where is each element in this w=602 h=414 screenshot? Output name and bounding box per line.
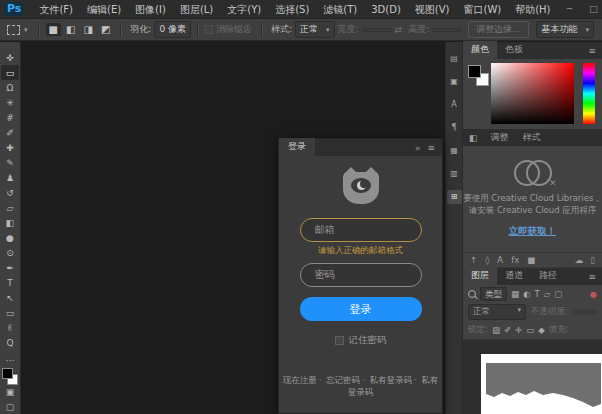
feather-input[interactable]: 0 像素: [154, 21, 191, 38]
tab-color[interactable]: 颜色: [463, 41, 497, 59]
blend-mode-select[interactable]: 正常 ▾: [468, 304, 526, 320]
collapse-panel-icon[interactable]: »: [415, 143, 421, 153]
pen-tool[interactable]: ✒: [1, 260, 19, 275]
quick-selection-tool[interactable]: ✳: [1, 95, 19, 110]
panel-menu-icon[interactable]: ≡: [427, 143, 435, 153]
add-content-icon[interactable]: ↑: [470, 255, 477, 265]
tab-channels[interactable]: 通道: [497, 267, 531, 285]
login-panel-tab[interactable]: 登录: [279, 138, 315, 156]
intersect-selection-icon[interactable]: ◩: [98, 23, 113, 36]
edit-toolbar-button[interactable]: …: [1, 350, 19, 365]
zoom-tool[interactable]: Q: [1, 335, 19, 350]
swatch-panel-icon[interactable]: ◧: [463, 133, 484, 143]
add-selection-icon[interactable]: ◧: [63, 23, 78, 36]
screen-mode-button[interactable]: ▢: [1, 399, 19, 414]
menu-item[interactable]: 图像(I): [128, 0, 173, 19]
hue-slider[interactable]: [583, 63, 595, 124]
current-tool-icon[interactable]: [7, 25, 20, 35]
subtract-selection-icon[interactable]: ◨: [80, 23, 95, 36]
menu-item[interactable]: 视图(V): [408, 0, 457, 19]
menu-item[interactable]: 选择(S): [268, 0, 316, 19]
new-selection-icon[interactable]: ■: [46, 23, 61, 36]
blur-tool[interactable]: ●: [1, 230, 19, 245]
character-panel-icon[interactable]: A: [447, 98, 462, 112]
lock-transparent-icon[interactable]: ▨: [492, 325, 500, 335]
height-input[interactable]: [432, 28, 462, 32]
opacity-input[interactable]: [573, 310, 597, 314]
brush-tool[interactable]: ✎: [1, 155, 19, 170]
adjustment-filter-icon[interactable]: ◐: [523, 289, 530, 299]
tab-layers[interactable]: 图层: [463, 267, 497, 285]
spot-healing-brush-tool[interactable]: ✚: [1, 140, 19, 155]
login-button[interactable]: 登录: [300, 297, 422, 321]
foreground-color-swatch[interactable]: [468, 65, 481, 78]
type-tool[interactable]: T: [1, 275, 19, 290]
refine-edge-button[interactable]: 调整边缘…: [468, 21, 529, 38]
foreground-color-swatch[interactable]: [2, 368, 13, 379]
filter-type-select[interactable]: 类型: [480, 287, 507, 301]
add-color-icon[interactable]: ■: [527, 255, 535, 265]
login-extension-panel-icon[interactable]: ⊞: [447, 190, 462, 204]
timeline-panel-icon[interactable]: ▦: [447, 144, 462, 158]
path-selection-tool[interactable]: ↖: [1, 290, 19, 305]
get-creative-cloud-link[interactable]: 立即获取！: [509, 225, 557, 238]
email-field[interactable]: 邮箱: [300, 218, 422, 242]
tool-preset-caret-icon[interactable]: ▾: [24, 26, 28, 34]
lasso-tool[interactable]: Ω: [1, 80, 19, 95]
swap-dimensions-icon[interactable]: ⇄: [395, 25, 403, 35]
minimize-button[interactable]: ─: [558, 0, 582, 19]
clone-source-panel-icon[interactable]: ▣: [447, 75, 462, 89]
rectangular-marquee-tool[interactable]: ▭: [1, 65, 19, 80]
clone-stamp-tool[interactable]: ♟: [1, 170, 19, 185]
type-filter-icon[interactable]: T: [534, 289, 539, 299]
footer-link[interactable]: 私有登录码: [360, 375, 412, 385]
menu-item[interactable]: 文件(F): [32, 0, 80, 19]
history-brush-tool[interactable]: ↺: [1, 185, 19, 200]
sync-status-icon[interactable]: ☁: [575, 255, 584, 265]
add-layer-style-icon[interactable]: fx: [511, 255, 519, 265]
eraser-tool[interactable]: ▱: [1, 200, 19, 215]
panel-menu-icon[interactable]: ≡: [582, 46, 602, 59]
menu-item[interactable]: 编辑(E): [80, 0, 128, 19]
footer-link[interactable]: 现在注册: [283, 375, 317, 385]
shape-filter-icon[interactable]: ▱: [544, 289, 551, 299]
lock-all-icon[interactable]: ◆: [538, 325, 545, 335]
remember-password-checkbox[interactable]: [335, 336, 344, 345]
lock-artboard-icon[interactable]: ▭: [526, 325, 534, 335]
antialias-checkbox[interactable]: [204, 25, 213, 34]
smart-object-filter-icon[interactable]: ▢: [554, 289, 562, 299]
tab-paths[interactable]: 路径: [531, 267, 565, 285]
eyedropper-tool[interactable]: ✐: [1, 125, 19, 140]
color-swatch-pair[interactable]: [468, 65, 492, 89]
password-field[interactable]: 密码: [300, 263, 422, 287]
style-select[interactable]: 正常 ▾: [295, 21, 335, 38]
lock-pixels-icon[interactable]: ✐: [504, 325, 511, 335]
filter-toggle-icon[interactable]: ●: [590, 290, 597, 299]
foreground-background-swatches[interactable]: [1, 368, 19, 384]
footer-link[interactable]: 忘记密码: [317, 375, 360, 385]
width-input[interactable]: [362, 28, 392, 32]
dodge-tool[interactable]: ⊙: [1, 245, 19, 260]
history-panel-icon[interactable]: ▤: [447, 52, 462, 66]
crop-tool[interactable]: #: [1, 110, 19, 125]
lock-position-icon[interactable]: ✛: [515, 325, 522, 335]
add-character-style-icon[interactable]: A: [497, 255, 503, 265]
hand-tool[interactable]: ✌: [1, 320, 19, 335]
tab-swatches[interactable]: 色板: [497, 41, 531, 59]
rectangle-shape-tool[interactable]: ▭: [1, 305, 19, 320]
workspace-select[interactable]: 基本功能 ▾: [536, 21, 594, 38]
paragraph-panel-icon[interactable]: ¶: [447, 121, 462, 135]
delete-icon[interactable]: ▯: [590, 255, 595, 265]
tab-adjustments[interactable]: 调整: [484, 129, 516, 147]
notes-panel-icon[interactable]: ▥: [447, 167, 462, 181]
menu-item[interactable]: 图层(L): [173, 0, 220, 19]
menu-item[interactable]: 滤镜(T): [316, 0, 364, 19]
maximize-button[interactable]: □: [582, 0, 602, 19]
tab-styles[interactable]: 样式: [516, 129, 548, 147]
add-graphic-icon[interactable]: ◊: [485, 255, 489, 265]
gradient-tool[interactable]: ◧: [1, 215, 19, 230]
quick-mask-button[interactable]: ▣: [1, 384, 19, 399]
menu-item[interactable]: 帮助(H): [508, 0, 557, 19]
move-tool[interactable]: ✜: [1, 50, 19, 65]
panel-menu-icon[interactable]: ≡: [582, 272, 602, 285]
